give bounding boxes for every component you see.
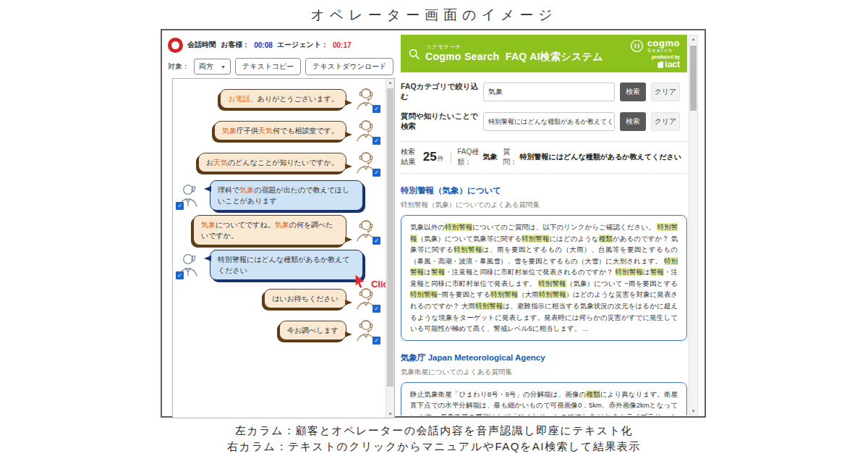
divider bbox=[401, 173, 687, 174]
question-value: 特別警報にはどんな種類があるか教えてください bbox=[519, 152, 681, 162]
faq-type-value: 気象 bbox=[482, 152, 497, 162]
scroll-down-icon[interactable]: ▼ bbox=[386, 412, 394, 416]
result-summary: 検索結果 25 件 FAQ種類： 気象 質問： 特別警報にはどんな種類があるか教… bbox=[401, 147, 687, 167]
panel-scrollbar-thumb[interactable] bbox=[690, 46, 697, 111]
chat-scrollbar-thumb[interactable] bbox=[387, 88, 393, 387]
chat-scrollbar[interactable]: ▲ ▼ bbox=[386, 79, 394, 418]
scroll-up-icon[interactable]: ▲ bbox=[386, 80, 394, 85]
transcript-column: 会話時間 お客様： 00:08 エージェント： 00:17 対象： 両方 ▼ テ… bbox=[168, 36, 395, 75]
chat-message: 今お調べします ✓ bbox=[176, 316, 380, 344]
customer-time-label: お客様： bbox=[221, 40, 250, 50]
operator-bubble[interactable]: 気象庁子供天気何でも相談室です。 bbox=[214, 121, 346, 140]
faq-category-clear-button[interactable]: クリア bbox=[651, 83, 680, 101]
faq-category-filter-row: FAQカテゴリで絞り込む 気象 検索 クリア bbox=[401, 82, 687, 102]
faq-result-item: 気象庁 Japan Meteorological Agency 気象衛星について… bbox=[401, 350, 687, 415]
cogmo-logo-icon bbox=[629, 38, 644, 54]
result-body: 静止気象衛星「ひまわり8号・9号」の分解能は、画像の種類により異なります。衛星直… bbox=[401, 382, 687, 415]
chat-message: ✓ 特別警報にはどんな種類があるか教えてください Click bbox=[176, 250, 380, 280]
faq-type-label: FAQ種類： bbox=[457, 147, 480, 167]
result-count-label: 検索結果 bbox=[401, 147, 420, 167]
operator-screen-frame: 会話時間 お客様： 00:08 エージェント： 00:17 対象： 両方 ▼ テ… bbox=[161, 29, 706, 418]
caption-right-column: 右カラム：テキストのクリックからマニュアルやFAQをAI検索して結果表示 bbox=[0, 439, 868, 455]
divider bbox=[401, 141, 687, 142]
message-checkbox[interactable]: ✓ bbox=[373, 105, 380, 113]
question-search-input[interactable]: 特別警報にはどんな種類があるか教えてください bbox=[483, 112, 615, 131]
iact-logo-icon bbox=[658, 62, 663, 68]
result-title-link[interactable]: 気象庁 Japan Meteorological Agency bbox=[401, 352, 545, 363]
customer-avatar: ✓ bbox=[176, 182, 203, 209]
faq-category-label: FAQカテゴリで絞り込む bbox=[401, 82, 483, 102]
cogmo-header-left: コグモサーチ Cogmo Search FAQ AI検索システム bbox=[408, 43, 603, 64]
target-select-value: 両方 bbox=[199, 62, 213, 72]
operator-bubble[interactable]: はいお待ちください bbox=[264, 289, 346, 308]
faq-result-item: 特別警報（気象）について 特別警報（気象）についてのよくある質問集 気象以外の特… bbox=[401, 183, 687, 341]
chat-message: はいお待ちください ✓ bbox=[176, 284, 380, 312]
operator-avatar: ✓ bbox=[354, 117, 380, 144]
chat-message: 気象についてですね。気象の何を調べたいですか。 ✓ bbox=[176, 215, 380, 245]
operator-avatar: ✓ bbox=[354, 148, 380, 176]
brand-ruby: コグモサーチ bbox=[426, 43, 461, 51]
cogmo-brand-block: コグモサーチ Cogmo Search FAQ AI検索システム bbox=[425, 43, 603, 64]
system-name: FAQ AI検索システム bbox=[506, 51, 603, 62]
operator-bubble[interactable]: お電話、ありがとうございます。 bbox=[220, 89, 346, 109]
result-count-value: 25 bbox=[423, 150, 437, 164]
message-checkbox[interactable]: ✓ bbox=[373, 337, 380, 345]
question-clear-button[interactable]: クリア bbox=[651, 112, 680, 131]
faq-category-search-button[interactable]: 検索 bbox=[620, 83, 646, 101]
text-download-button[interactable]: テキストダウンロード bbox=[305, 58, 393, 75]
question-label: 質問： bbox=[503, 147, 517, 167]
record-button[interactable] bbox=[168, 38, 183, 53]
panel-scrollbar[interactable]: ▲ ▼ bbox=[689, 35, 698, 415]
customer-avatar: ✓ bbox=[176, 251, 203, 279]
chat-message: お天気のどんなことが知りたいですか。 ✓ bbox=[176, 148, 380, 176]
operator-bubble[interactable]: 今お調べします bbox=[279, 321, 346, 340]
operator-avatar: ✓ bbox=[354, 316, 380, 344]
message-checkbox[interactable]: ✓ bbox=[373, 137, 380, 145]
message-checkbox[interactable]: ✓ bbox=[373, 305, 380, 313]
result-count-unit: 件 bbox=[438, 154, 444, 164]
message-checkbox[interactable]: ✓ bbox=[176, 271, 184, 279]
chat-message: お電話、ありがとうございます。 ✓ bbox=[176, 85, 380, 112]
result-body: 気象以外の特別警報についてのご質問は、以下のリンクからご確認ください。 特別警報… bbox=[401, 215, 687, 341]
message-checkbox[interactable]: ✓ bbox=[373, 169, 380, 177]
divider bbox=[451, 152, 451, 163]
operator-avatar: ✓ bbox=[354, 216, 380, 244]
text-copy-button[interactable]: テキストコピー bbox=[235, 58, 301, 75]
faq-category-input[interactable]: 気象 bbox=[483, 83, 615, 101]
operator-bubble[interactable]: 気象についてですね。気象の何を調べたいですか。 bbox=[193, 215, 346, 245]
chevron-down-icon: ▼ bbox=[221, 64, 226, 69]
cogmo-header: コグモサーチ Cogmo Search FAQ AI検索システム cogmo S… bbox=[401, 35, 687, 72]
operator-bubble[interactable]: お天気のどんなことが知りたいですか。 bbox=[198, 153, 346, 172]
call-status-bar: 会話時間 お客様： 00:08 エージェント： 00:17 bbox=[168, 36, 395, 54]
transcript-toolbar: 対象： 両方 ▼ テキストコピー テキストダウンロード bbox=[168, 58, 395, 75]
chat-message: ✓ 理科で気象の宿題が出たので教えてほしいことがあります bbox=[176, 180, 380, 211]
question-search-button[interactable]: 検索 bbox=[620, 112, 646, 131]
customer-time-value: 00:08 bbox=[254, 41, 273, 49]
customer-bubble[interactable]: 理科で気象の宿題が出たので教えてほしいことがあります bbox=[210, 180, 363, 211]
result-subtitle: 特別警報（気象）についてのよくある質問集 bbox=[401, 200, 687, 210]
message-checkbox[interactable]: ✓ bbox=[176, 202, 184, 210]
operator-avatar: ✓ bbox=[354, 85, 380, 112]
target-select[interactable]: 両方 ▼ bbox=[194, 59, 231, 75]
iact-brand-text: iact bbox=[665, 60, 680, 69]
message-checkbox[interactable]: ✓ bbox=[373, 237, 380, 245]
scroll-down-icon[interactable]: ▼ bbox=[689, 409, 697, 413]
scroll-up-icon[interactable]: ▲ bbox=[689, 37, 697, 41]
agent-time-label: エージェント： bbox=[277, 40, 328, 50]
page: オペレーター画面のイメージ 会話時間 お客様： 00:08 エージェント： 00… bbox=[0, 0, 868, 456]
caption-left-column: 左カラム：顧客とオペレーターの会話内容を音声認識し即座にテキスト化 bbox=[0, 423, 868, 439]
question-search-row: 質問や知りたいことで検索 特別警報にはどんな種類があるか教えてください 検索 ク… bbox=[401, 111, 687, 132]
brand-en: Cogmo Search bbox=[425, 51, 499, 62]
time-label: 会話時間 bbox=[187, 40, 216, 50]
result-subtitle: 気象衛星についてのよくある質問集 bbox=[401, 368, 687, 377]
customer-bubble-clicked[interactable]: 特別警報にはどんな種類があるか教えてください bbox=[210, 250, 363, 280]
clicked-message-wrap: 特別警報にはどんな種類があるか教えてください Click bbox=[203, 250, 363, 280]
logo-sub-text: Search bbox=[647, 48, 680, 54]
result-title-link[interactable]: 特別警報（気象）について bbox=[401, 185, 501, 196]
cogmo-logo-block: cogmo Search produced by iact bbox=[629, 38, 680, 69]
agent-time-value: 00:17 bbox=[333, 41, 352, 49]
operator-avatar: ✓ bbox=[354, 284, 380, 312]
question-search-label: 質問や知りたいことで検索 bbox=[401, 111, 483, 132]
figure-captions: 左カラム：顧客とオペレーターの会話内容を音声認識し即座にテキスト化 右カラム：テ… bbox=[0, 423, 868, 455]
target-label: 対象： bbox=[168, 62, 190, 72]
